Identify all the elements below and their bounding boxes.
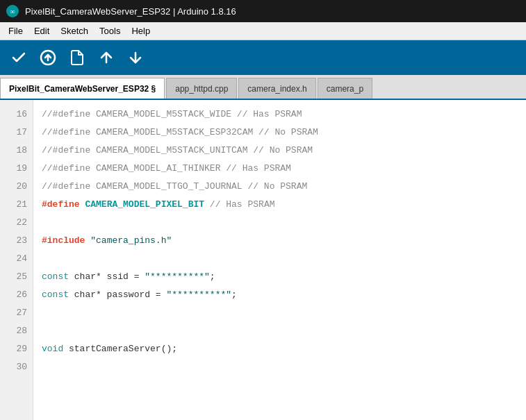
code-content[interactable]: //#define CAMERA_MODEL_M5STACK_WIDE // H… xyxy=(33,100,526,420)
line-num-17: 17 xyxy=(0,124,33,142)
code-line-24 xyxy=(42,250,526,268)
line-num-21: 21 xyxy=(0,196,33,214)
line-num-16: 16 xyxy=(0,106,33,124)
arduino-logo: ∞ xyxy=(6,4,19,18)
code-line-20: //#define CAMERA_MODEL_TTGO_T_JOURNAL //… xyxy=(42,178,526,196)
verify-button[interactable] xyxy=(6,44,32,71)
code-line-22 xyxy=(42,214,526,232)
line-num-18: 18 xyxy=(0,142,33,160)
title-bar: ∞ PixelBit_CameraWebServer_ESP32 | Ardui… xyxy=(0,0,526,22)
line-num-30: 30 xyxy=(0,358,33,376)
menu-edit[interactable]: Edit xyxy=(28,24,55,37)
tabs-bar: PixelBit_CameraWebServer_ESP32 § app_htt… xyxy=(0,75,526,100)
code-line-16: //#define CAMERA_MODEL_M5STACK_WIDE // H… xyxy=(42,106,526,124)
code-line-30 xyxy=(42,358,526,376)
tab-camera-p[interactable]: camera_p xyxy=(318,78,372,99)
line-numbers: 16 17 18 19 20 21 22 23 24 25 26 27 28 2… xyxy=(0,100,33,420)
code-line-28 xyxy=(42,322,526,340)
line-num-24: 24 xyxy=(0,250,33,268)
line-num-26: 26 xyxy=(0,286,33,304)
tab-main[interactable]: PixelBit_CameraWebServer_ESP32 § xyxy=(0,78,165,99)
code-line-25: const char* ssid = "**********"; xyxy=(42,268,526,286)
line-num-19: 19 xyxy=(0,160,33,178)
open-button[interactable] xyxy=(93,44,120,71)
new-button[interactable] xyxy=(64,44,90,71)
line-num-29: 29 xyxy=(0,340,33,358)
svg-text:∞: ∞ xyxy=(10,8,15,15)
code-line-23: #include "camera_pins.h" xyxy=(42,232,526,250)
menu-sketch[interactable]: Sketch xyxy=(55,24,94,37)
line-num-25: 25 xyxy=(0,268,33,286)
line-num-22: 22 xyxy=(0,214,33,232)
code-line-17: //#define CAMERA_MODEL_M5STACK_ESP32CAM … xyxy=(42,124,526,142)
menu-bar: File Edit Sketch Tools Help xyxy=(0,22,526,40)
code-line-21: #define CAMERA_MODEL_PIXEL_BIT // Has PS… xyxy=(42,196,526,214)
code-line-19: //#define CAMERA_MODEL_AI_THINKER // Has… xyxy=(42,160,526,178)
tab-app-httpd[interactable]: app_httpd.cpp xyxy=(166,78,237,99)
tab-camera-index[interactable]: camera_index.h xyxy=(238,78,315,99)
menu-file[interactable]: File xyxy=(3,24,28,37)
line-num-27: 27 xyxy=(0,304,33,322)
code-line-18: //#define CAMERA_MODEL_M5STACK_UNITCAM /… xyxy=(42,142,526,160)
window-title: PixelBit_CameraWebServer_ESP32 | Arduino… xyxy=(25,6,236,17)
code-line-27 xyxy=(42,304,526,322)
line-num-20: 20 xyxy=(0,178,33,196)
line-num-28: 28 xyxy=(0,322,33,340)
upload-button[interactable] xyxy=(35,44,61,71)
toolbar xyxy=(0,40,526,75)
code-area: 16 17 18 19 20 21 22 23 24 25 26 27 28 2… xyxy=(0,100,526,420)
code-line-26: const char* password = "**********"; xyxy=(42,286,526,304)
menu-tools[interactable]: Tools xyxy=(94,24,126,37)
save-button[interactable] xyxy=(122,44,149,71)
line-num-23: 23 xyxy=(0,232,33,250)
menu-help[interactable]: Help xyxy=(126,24,156,37)
code-line-29: void startCameraServer(); xyxy=(42,340,526,358)
